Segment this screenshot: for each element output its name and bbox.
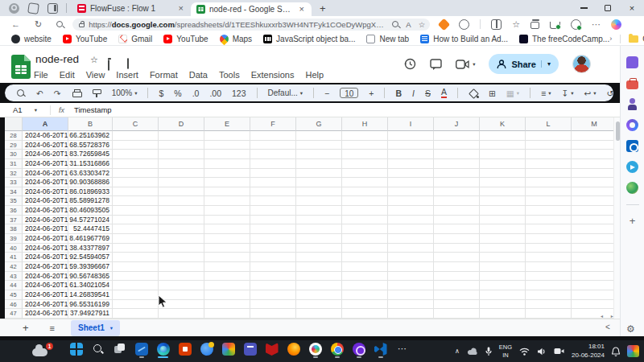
cell-empty[interactable] [480,281,526,290]
cell-empty[interactable] [526,224,572,234]
cell-empty[interactable] [113,169,159,179]
cell-empty[interactable] [526,216,572,225]
cell-timestamp[interactable]: 2024-06-20T12:2 [23,178,68,187]
menu-format[interactable]: Format [150,70,178,80]
cell-empty[interactable] [434,281,480,290]
cell-empty[interactable] [250,131,296,141]
cell-empty[interactable] [434,169,480,179]
cell-empty[interactable] [159,224,204,234]
cell-empty[interactable] [388,262,434,272]
cell-empty[interactable] [480,178,526,187]
cell-empty[interactable] [342,272,388,282]
cell-empty[interactable] [296,141,342,150]
cell-empty[interactable] [480,206,526,216]
taskbar-task-view-button[interactable] [113,343,126,358]
row-header-35[interactable]: 35 [5,196,23,206]
cell-timestamp[interactable]: 2024-06-20T12:2 [23,234,68,244]
add-sheet-button[interactable]: + [23,322,29,334]
bookmark-youtube[interactable]: YouTube [63,35,107,43]
cell-empty[interactable] [250,141,296,150]
column-header-K[interactable]: K [480,117,526,131]
cell-empty[interactable] [480,272,526,282]
row-header-45[interactable]: 45 [5,290,23,300]
cell-empty[interactable] [526,169,572,179]
cell-empty[interactable] [434,131,480,141]
cell-empty[interactable] [434,196,480,206]
cell-empty[interactable] [250,187,296,197]
format-currency-button[interactable]: $ [159,88,163,98]
cell-empty[interactable] [572,178,613,187]
cell-empty[interactable] [113,150,159,159]
cell-value[interactable]: 80.46093505 [68,206,113,216]
sidebar-character-icon[interactable] [626,98,638,110]
cell-timestamp[interactable]: 2024-06-20T12:2 [23,300,68,310]
row-header-37[interactable]: 37 [5,216,23,225]
cell-empty[interactable] [342,234,388,244]
bookmark-youtube[interactable]: YouTube [163,35,208,43]
collections-icon[interactable] [530,22,539,29]
cell-empty[interactable] [113,272,159,282]
metamask-extension-icon[interactable] [438,18,451,31]
cell-empty[interactable] [480,253,526,262]
cell-empty[interactable] [250,244,296,253]
cell-empty[interactable] [250,234,296,244]
cell-timestamp[interactable]: 2024-06-20T12:2 [23,141,68,150]
font-select-button[interactable]: Defaul...▾ [268,88,303,97]
cell-empty[interactable] [250,309,296,319]
row-header-33[interactable]: 33 [5,178,23,187]
cell-empty[interactable] [159,187,204,197]
clock[interactable]: 18:0120-06-2024 [572,343,605,360]
column-header-E[interactable]: E [204,117,250,131]
cell-empty[interactable] [526,309,572,319]
cell-empty[interactable] [159,169,204,179]
cell-empty[interactable] [204,141,250,150]
cell-empty[interactable] [342,253,388,262]
cell-empty[interactable] [388,216,434,225]
cell-empty[interactable] [434,178,480,187]
cell-empty[interactable] [572,300,613,310]
taskbar-slack-button[interactable] [308,343,322,358]
cell-empty[interactable] [159,309,204,319]
row-header-42[interactable]: 42 [5,262,23,272]
cell-empty[interactable] [434,244,480,253]
cell-empty[interactable] [113,187,159,197]
cell-empty[interactable] [342,216,388,225]
row-header-38[interactable]: 38 [5,224,23,234]
row-header-31[interactable]: 31 [5,159,23,169]
cell-value[interactable]: 90.56748365 [68,272,113,282]
cell-empty[interactable] [434,141,480,150]
cell-timestamp[interactable]: 2024-06-20T12:2 [23,206,68,216]
sheet-tab-sheet1[interactable]: Sheet1 ▾ [71,320,120,336]
cell-empty[interactable] [388,300,434,310]
cell-empty[interactable] [296,272,342,282]
star-document-icon[interactable]: ☆ [90,55,98,65]
cell-value[interactable]: 96.55316199 [68,300,113,310]
cell-timestamp[interactable]: 2024-06-20T12:2 [23,224,68,234]
cell-empty[interactable] [159,281,204,290]
cell-empty[interactable] [434,300,480,310]
cell-empty[interactable] [480,224,526,234]
font-size-decrease-button[interactable]: − [324,88,329,98]
cell-empty[interactable] [388,178,434,187]
taskbar-more-button[interactable]: ⋯ [395,343,409,358]
cell-empty[interactable] [250,216,296,225]
cell-empty[interactable] [250,224,296,234]
sheet-tab-caret-icon[interactable]: ▾ [110,325,113,331]
redo-button[interactable]: ↷ [54,88,61,98]
column-header-D[interactable]: D [159,117,204,131]
cell-empty[interactable] [526,253,572,262]
cell-empty[interactable] [204,206,250,216]
taskbar-app-colorful-button[interactable] [221,343,235,358]
row-header-44[interactable]: 44 [5,281,23,290]
row-header-36[interactable]: 36 [5,206,23,216]
share-button[interactable]: Share ▾ [489,54,559,74]
font-size-increase-button[interactable]: + [369,88,374,98]
cell-empty[interactable] [388,234,434,244]
fill-color-button[interactable] [469,88,478,98]
cell-empty[interactable] [342,224,388,234]
taskbar-firefox-button[interactable] [287,343,300,358]
cell-empty[interactable] [526,206,572,216]
row-header-47[interactable]: 47 [5,309,23,319]
taskbar-mcafee-button[interactable] [265,343,279,358]
cell-empty[interactable] [296,150,342,159]
